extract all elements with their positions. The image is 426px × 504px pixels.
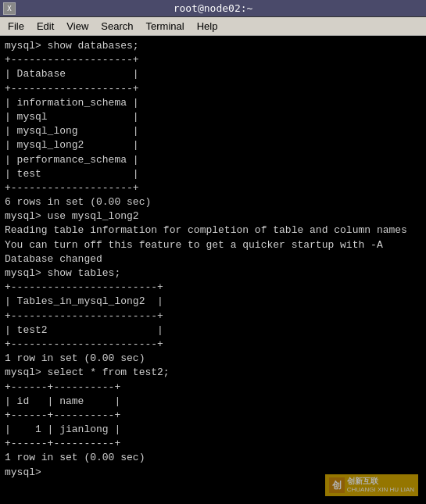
terminal-line: | information_schema | — [5, 96, 421, 110]
terminal-line: +------------------------+ — [5, 309, 421, 323]
svg-text:创: 创 — [331, 480, 342, 491]
terminal-content[interactable]: mysql> show databases;+-----------------… — [0, 36, 426, 504]
title-bar: X root@node02:~ — [0, 0, 426, 17]
terminal-line: | test | — [5, 167, 421, 181]
terminal-line: 6 rows in set (0.00 sec) — [5, 195, 421, 209]
watermark: 创 创新互联 CHUANGI XIN HU LIAN — [325, 474, 418, 496]
terminal-line: | Tables_in_mysql_long2 | — [5, 295, 421, 309]
terminal-line: | mysql | — [5, 110, 421, 124]
terminal-line: +--------------------+ — [5, 82, 421, 96]
terminal-line: +------+----------+ — [5, 409, 421, 423]
terminal-line: mysql> show databases; — [5, 39, 421, 53]
watermark-line2: CHUANGI XIN HU LIAN — [347, 486, 414, 494]
terminal-line: | test2 | — [5, 323, 421, 338]
terminal-output: mysql> show databases;+-----------------… — [5, 39, 421, 480]
terminal-line: +--------------------+ — [5, 181, 421, 195]
menu-bar: File Edit View Search Terminal Help — [0, 17, 426, 36]
terminal-line: | Database | — [5, 67, 421, 81]
menu-search[interactable]: Search — [95, 19, 139, 34]
terminal-line: mysql> show tables; — [5, 266, 421, 281]
terminal-line: 1 row in set (0.00 sec) — [5, 352, 421, 366]
menu-edit[interactable]: Edit — [30, 19, 60, 34]
watermark-line1: 创新互联 — [347, 477, 414, 486]
terminal-line: Database changed — [5, 252, 421, 266]
terminal-line: | 1 | jianlong | — [5, 423, 421, 437]
terminal-line: +--------------------+ — [5, 53, 421, 67]
terminal-line: You can turn off this feature to get a q… — [5, 238, 421, 252]
terminal-line: +------+----------+ — [5, 381, 421, 395]
window-icon: X — [3, 2, 16, 15]
terminal-line: +------------------------+ — [5, 281, 421, 295]
window-title: root@node02:~ — [174, 2, 253, 14]
terminal-line: | mysql_long2 | — [5, 138, 421, 152]
terminal-line: | performance_schema | — [5, 153, 421, 167]
menu-view[interactable]: View — [60, 19, 95, 34]
watermark-text: 创新互联 CHUANGI XIN HU LIAN — [347, 477, 414, 494]
terminal-line: | mysql_long | — [5, 124, 421, 138]
watermark-box: 创 创新互联 CHUANGI XIN HU LIAN — [325, 474, 418, 496]
terminal-line: 1 row in set (0.00 sec) — [5, 451, 421, 465]
terminal-line: +------------------------+ — [5, 338, 421, 352]
menu-help[interactable]: Help — [191, 19, 224, 34]
terminal-line: | id | name | — [5, 395, 421, 409]
terminal-line: Reading table information for completion… — [5, 223, 421, 238]
watermark-logo: 创 — [329, 477, 345, 493]
terminal-line: mysql> select * from test2; — [5, 366, 421, 380]
terminal-line: mysql> use mysql_long2 — [5, 209, 421, 223]
menu-file[interactable]: File — [2, 19, 30, 34]
terminal-line: +------+----------+ — [5, 437, 421, 451]
menu-terminal[interactable]: Terminal — [140, 19, 191, 34]
